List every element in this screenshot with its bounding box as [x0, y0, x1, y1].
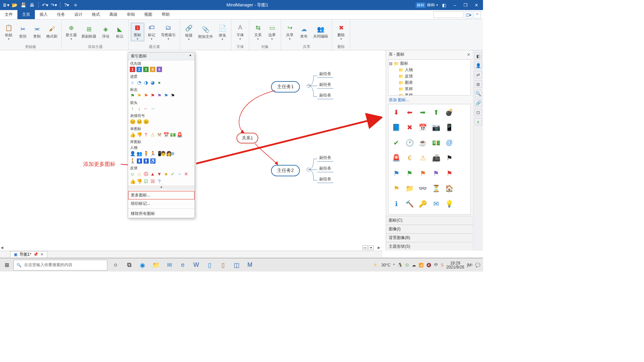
- icons-button[interactable]: 1图标▼: [131, 23, 144, 41]
- progress-done-icon[interactable]: ●: [156, 79, 162, 85]
- grid-arrow-left-icon[interactable]: ⬅: [404, 106, 416, 118]
- subtopic-2-1[interactable]: 副任务: [317, 154, 333, 162]
- alarm-icon[interactable]: 🚨: [176, 132, 182, 138]
- fb-14-icon[interactable]: ?: [156, 178, 162, 184]
- new-subtopic-button[interactable]: ⊞新副标题: [79, 24, 98, 40]
- priority-1-icon[interactable]: 1: [129, 66, 136, 72]
- subtopic-1-1[interactable]: 副任务: [317, 70, 333, 78]
- app3-icon[interactable]: ◫: [231, 260, 241, 270]
- relationship-button[interactable]: ⇆关系▼: [251, 23, 265, 41]
- main-topic-1[interactable]: 主任务1: [271, 81, 300, 93]
- organize-markers-menu[interactable]: 组织标记...: [128, 199, 195, 208]
- tray-net-icon[interactable]: ☁: [412, 263, 416, 267]
- person-10-icon[interactable]: 🚹: [143, 158, 149, 164]
- relationship-topic[interactable]: 关系1: [236, 133, 258, 143]
- arrow-left-icon[interactable]: ←: [143, 106, 149, 112]
- grid-book-icon[interactable]: 📘: [390, 122, 402, 134]
- thumbsup-icon[interactable]: 👍: [129, 132, 136, 138]
- more-icons-menu[interactable]: 更多图标...: [128, 191, 195, 199]
- fb-1-icon[interactable]: ☺: [129, 171, 136, 177]
- warning-icon[interactable]: ⚠: [150, 132, 156, 138]
- tab-format[interactable]: 格式: [87, 10, 105, 19]
- taskbar-search[interactable]: 🔍 在这里输入你要搜索的内容: [13, 260, 107, 270]
- expand-toggle-2[interactable]: [307, 168, 311, 172]
- calendar-icon[interactable]: 📅: [163, 132, 169, 138]
- boundary-button[interactable]: ▭边界▼: [265, 23, 279, 41]
- grid-flag-black-icon[interactable]: ⚑: [443, 152, 455, 164]
- weather-temp[interactable]: 30°C: [381, 263, 390, 267]
- tray-wifi-icon[interactable]: 📶: [419, 263, 424, 267]
- edge-icon[interactable]: ◉: [138, 260, 148, 270]
- priority-5-icon[interactable]: 5: [156, 66, 162, 72]
- priority-3-icon[interactable]: 3: [143, 66, 149, 72]
- gavel-icon[interactable]: ⚒: [156, 132, 162, 138]
- grid-at-icon[interactable]: @: [443, 137, 455, 149]
- grid-flag-red-icon[interactable]: ⚑: [443, 167, 455, 179]
- fb-4-icon[interactable]: ▲: [150, 171, 156, 177]
- user-name[interactable]: 林科: [427, 2, 435, 8]
- grid-check-icon[interactable]: ✔: [390, 137, 402, 149]
- fb-2-icon[interactable]: ☺: [136, 171, 142, 177]
- grid-info-icon[interactable]: ℹ: [390, 198, 402, 210]
- hscroll-right[interactable]: ▶: [378, 246, 380, 249]
- fb-13-icon[interactable]: ☒: [150, 178, 156, 184]
- grid-coffee-icon[interactable]: ☕: [417, 137, 429, 149]
- tab-help[interactable]: 帮助: [157, 10, 174, 19]
- frown-icon[interactable]: ☹️: [143, 119, 149, 125]
- tab-home[interactable]: 主页: [17, 10, 35, 19]
- side-slot-7[interactable]: ⊡: [475, 109, 482, 116]
- side-slot-2[interactable]: 👤: [475, 62, 482, 69]
- progress-75-icon[interactable]: ◕: [150, 79, 156, 85]
- smile-icon[interactable]: 😊: [129, 119, 136, 125]
- person-4-icon[interactable]: 🏃: [150, 150, 156, 157]
- person-3-icon[interactable]: 🧍: [143, 150, 149, 157]
- subtopic-1-2[interactable]: 副任务: [317, 81, 333, 88]
- grid-phone-icon[interactable]: 📱: [443, 122, 455, 134]
- fb-10-icon[interactable]: 👍: [129, 178, 136, 184]
- grid-flag-blue-icon[interactable]: ⚑: [390, 167, 402, 179]
- explorer-icon[interactable]: 📁: [151, 260, 161, 270]
- grid-search-icon[interactable]: 🔍: [390, 213, 402, 215]
- mail-app-icon[interactable]: ✉: [164, 260, 174, 270]
- side-slot-8[interactable]: x: [475, 118, 482, 125]
- grid-gavel-icon[interactable]: 🔨: [404, 198, 416, 210]
- grid-key-icon[interactable]: 🔑: [417, 198, 429, 210]
- flag-red-icon[interactable]: ⚑: [150, 93, 156, 99]
- grid-calendar-icon[interactable]: 📅: [417, 122, 429, 134]
- grid-play-orange-icon[interactable]: ▶: [443, 213, 455, 215]
- pin-tab-icon[interactable]: 📌: [33, 252, 38, 257]
- grid-flag-purple-icon[interactable]: ⚑: [430, 167, 442, 179]
- format-painter-button[interactable]: 🖌格式刷: [44, 24, 59, 40]
- new-doc-icon[interactable]: 🗎▾: [2, 1, 9, 9]
- flag-black-icon[interactable]: ⚑: [170, 93, 176, 99]
- floating-topic-button[interactable]: ◈浮动: [99, 24, 112, 40]
- fb-9-icon[interactable]: ✕: [183, 171, 189, 177]
- person-6-icon[interactable]: 👨‍👩: [163, 150, 169, 157]
- grid-clock-icon[interactable]: 🕐: [404, 137, 416, 149]
- remove-all-icons-menu[interactable]: 移除所有图标: [128, 209, 195, 218]
- person-1-icon[interactable]: 👤: [129, 150, 136, 157]
- qat-menu-icon[interactable]: ≡: [72, 1, 79, 9]
- flag-green-icon[interactable]: ⚑: [129, 93, 136, 99]
- grid-warn-icon[interactable]: ⚠: [417, 152, 429, 164]
- callout-button[interactable]: ◣标注: [113, 24, 126, 40]
- main-topic-2[interactable]: 主任务2: [271, 165, 300, 176]
- minimize-icon[interactable]: ‒: [450, 1, 460, 9]
- fb-5-icon[interactable]: ▼: [156, 171, 162, 177]
- flag-yellow-icon[interactable]: ⚑: [136, 93, 142, 99]
- accordion-shapes[interactable]: 主题形状(S): [386, 242, 473, 251]
- collapse-ribbon-icon[interactable]: ^: [474, 11, 481, 18]
- notifications-icon[interactable]: 💬: [475, 263, 480, 267]
- grid-arrow-right-icon[interactable]: ➡: [417, 106, 429, 118]
- fb-3-icon[interactable]: ☹: [143, 171, 149, 177]
- cortana-icon[interactable]: ○: [111, 260, 121, 270]
- grid-arrow-up-icon[interactable]: ⬆: [430, 106, 442, 118]
- fb-7-icon[interactable]: ✓: [170, 171, 176, 177]
- notes-button[interactable]: 📄便笺▼: [216, 23, 229, 41]
- tray-m-icon[interactable]: |M¹: [467, 263, 473, 267]
- word-icon[interactable]: W: [191, 260, 201, 270]
- mindmanager-task-icon[interactable]: M: [245, 260, 255, 270]
- add-icons-link[interactable]: 添加 图标...: [386, 96, 473, 104]
- tray-volume-icon[interactable]: 🔇: [426, 263, 431, 267]
- priority-4-icon[interactable]: 4: [150, 66, 156, 72]
